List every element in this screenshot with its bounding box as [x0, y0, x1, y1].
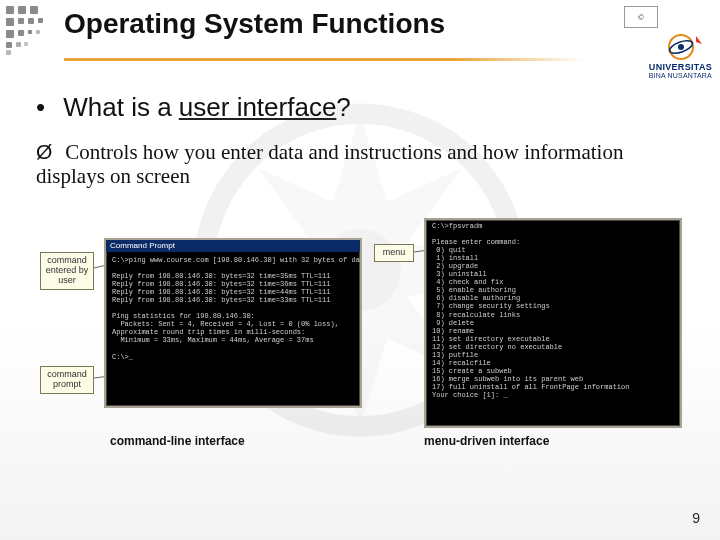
bullet-sub-text: Controls how you enter data and instruct… [36, 140, 623, 188]
svg-point-4 [678, 44, 684, 50]
callout-command-entered: command entered by user [40, 252, 94, 290]
terminal-cli-title: Command Prompt [106, 240, 360, 252]
bullet-main: • What is a user interface? [36, 92, 351, 123]
bullet-sub-marker: Ø [36, 140, 60, 164]
illustration: command entered by user command prompt m… [46, 218, 684, 468]
bullet-underlined: user interface [179, 92, 337, 122]
terminal-cli-body: C:\>ping www.course.com [198.80.146.30] … [106, 252, 360, 365]
title-area: Operating System Functions [64, 8, 584, 40]
terminal-menu-body: C:\>fpsvradm Please enter command: 0) qu… [426, 220, 680, 403]
caption-menu: menu-driven interface [424, 434, 549, 448]
callout-command-prompt: command prompt [40, 366, 94, 394]
terminal-menu: C:\>fpsvradm Please enter command: 0) qu… [424, 218, 682, 428]
callout-menu: menu [374, 244, 414, 262]
title-rule [64, 58, 584, 61]
svg-marker-5 [696, 36, 702, 44]
terminal-cli: Command Prompt C:\>ping www.course.com [… [104, 238, 362, 408]
bullet-suffix: ? [336, 92, 350, 122]
bullet-marker: • [36, 92, 56, 123]
logo-line2: BINA NUSANTARA [612, 72, 712, 79]
corner-dots [4, 4, 64, 54]
caption-cli: command-line interface [110, 434, 245, 448]
bullet-sub: Ø Controls how you enter data and instru… [36, 140, 692, 188]
slide: © Operating System Functions UNIVERSITAS… [0, 0, 720, 540]
copyright-badge: © [624, 6, 658, 28]
bullet-prefix: What is a [63, 92, 179, 122]
page-title: Operating System Functions [64, 8, 584, 40]
university-logo: UNIVERSITAS BINA NUSANTARA [612, 32, 712, 80]
page-number: 9 [692, 510, 700, 526]
logo-line1: UNIVERSITAS [612, 62, 712, 72]
